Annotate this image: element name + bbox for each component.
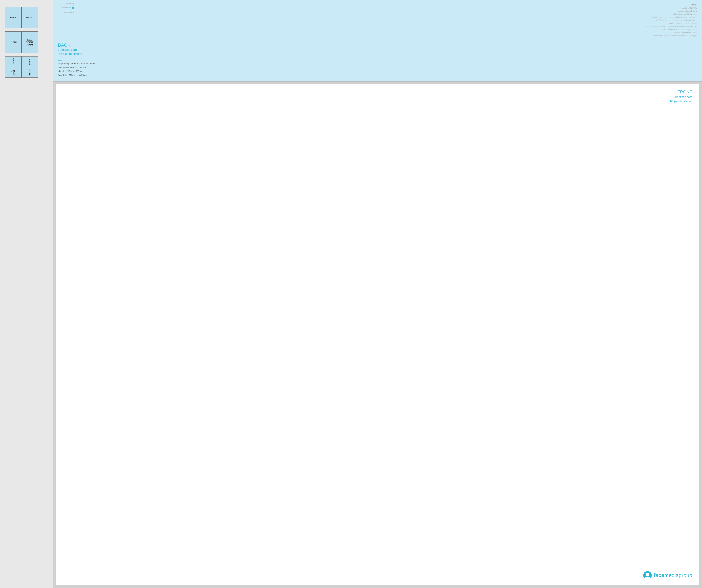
thumb-row-2: FRONT BACK INSIDE TEXT [5, 31, 48, 53]
front-section-title: FRONT [670, 89, 692, 95]
back-inside-label: BACK INSIDE TEXT [26, 38, 33, 46]
back-inside-90-label: BACK INSIDE TEXT [11, 70, 16, 75]
artwork-line5: and BLEED the image right off to cover a… [314, 19, 697, 22]
size-line1: A5 greetings card LANDSCAPE template [58, 62, 697, 65]
artwork-line4: IF that is so, then keep type within the… [314, 16, 697, 19]
size-line4: folded size 210mm x 148.5mm [58, 73, 697, 77]
front-subtitle1: greetings card [670, 95, 692, 99]
front-label: FRONT [26, 16, 33, 19]
card-preview-section: FRONT greetings card the picture section… [53, 81, 702, 588]
back-subtitle2: the picture section [58, 52, 697, 56]
size-section: size A5 greetings card LANDSCAPE templat… [58, 59, 697, 77]
thumb-front-90-cell: FRONT [5, 56, 21, 67]
svg-point-1 [646, 573, 649, 576]
back-90-label: BACK [28, 58, 31, 65]
size-line2: canvas size 214mm x 301mm [58, 65, 697, 69]
branding-line2: to [58, 5, 74, 7]
thumb-rows-34: FRONT BACK BACK INSIDE TEXT FRONT [5, 56, 48, 78]
branding-line1: print address [58, 2, 74, 5]
front-rotated-label: FRONT [10, 41, 17, 43]
card-preview-inner: FRONT greetings card the picture section… [56, 84, 699, 585]
branding-line3: facemediagroup [62, 7, 71, 9]
info-section: 0800 197 XXXXX www.facemediagroup.co.uk … [53, 0, 702, 81]
artwork-line6: Don't put anything in the blue area [314, 22, 697, 25]
branding-block: 0800 197 XXXXX www.facemediagroup.co.uk … [58, 2, 74, 13]
front-bottom-label: FRONT [28, 68, 31, 76]
back-subtitle1: greetings card [58, 48, 697, 52]
left-panel: BACK FRONT FRONT BACK INSIDE TEXT [0, 0, 53, 588]
back-label-area: BACK greetings card the picture section [58, 42, 697, 56]
artwork-title: artwork [314, 3, 697, 6]
branding-line5: 0800 197 XXXXX [58, 11, 74, 13]
artwork-line10: Please don't delete the BRANDING below -… [314, 34, 697, 37]
thumb-back-inside-90-cell: BACK INSIDE TEXT [5, 67, 21, 78]
thumb-front-rotated-cell: FRONT [5, 32, 21, 53]
thumb-front-bottom-cell: FRONT [21, 67, 38, 78]
artwork-instructions: artwork ideally a PICTURE should be the … [58, 3, 697, 39]
size-line3: trim size 210mm x 297mm [58, 69, 697, 73]
thumb-row-1: BACK FRONT [5, 7, 48, 28]
artwork-line1: ideally a PICTURE [314, 6, 697, 10]
branding-line4: www.facemediagroup.co.uk [58, 9, 74, 11]
fmg-icon [643, 571, 652, 580]
artwork-line7: When folded, a thin strip of the image w… [314, 25, 697, 28]
fmg-name: facemediagroup [654, 572, 692, 578]
artwork-line8: (this is normal as it the image stopped … [314, 28, 697, 31]
back-section-title: BACK [58, 42, 697, 48]
front-label-area: FRONT greetings card the picture section [670, 89, 692, 103]
front-90-label: FRONT [12, 58, 15, 65]
front-subtitle2: the picture section [670, 99, 692, 103]
fmg-branding: facemediagroup [643, 571, 692, 580]
size-label: size [58, 59, 697, 62]
artwork-line9: on the lid, it could look weird) [314, 31, 697, 34]
right-panel: 0800 197 XXXXX www.facemediagroup.co.uk … [53, 0, 702, 588]
artwork-line3: to be printed outside this card [314, 13, 697, 16]
back-label: BACK [10, 16, 16, 19]
thumb-back-90-cell: BACK [21, 56, 38, 67]
thumb-back-cell: BACK [5, 7, 21, 28]
thumb-back-inside-cell: BACK INSIDE TEXT [21, 32, 38, 53]
fmg-text-label: facemediagroup [654, 572, 692, 578]
artwork-line2: should be the only thing [314, 9, 697, 13]
thumb-front-cell: FRONT [21, 7, 38, 28]
